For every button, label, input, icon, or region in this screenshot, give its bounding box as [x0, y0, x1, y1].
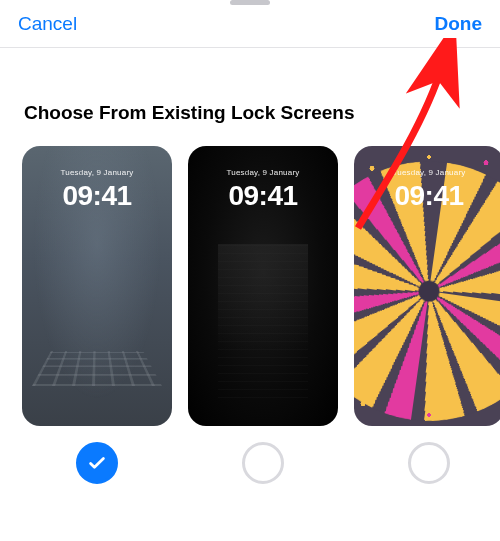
selection-radio[interactable] [408, 442, 450, 484]
section-title: Choose From Existing Lock Screens [0, 48, 500, 146]
cancel-button[interactable]: Cancel [18, 13, 77, 35]
sheet-grabber[interactable] [230, 0, 270, 5]
lock-screen-picker-sheet: Cancel Done Choose From Existing Lock Sc… [0, 0, 500, 541]
lock-screen-time: 09:41 [188, 180, 338, 212]
lock-screen-time: 09:41 [354, 180, 500, 212]
lock-screen-time: 09:41 [22, 180, 172, 212]
lock-screen-thumbnails: Tuesday, 9 January 09:41 Tuesday, 9 Janu… [0, 146, 500, 426]
lock-screen-thumbnail[interactable]: Tuesday, 9 January 09:41 [22, 146, 172, 426]
done-button[interactable]: Done [435, 13, 483, 35]
lock-screen-date: Tuesday, 9 January [188, 168, 338, 177]
selection-indicators [0, 426, 500, 484]
lock-screen-thumbnail[interactable]: Tuesday, 9 January 09:41 [188, 146, 338, 426]
selection-radio[interactable] [242, 442, 284, 484]
lock-screen-thumbnail[interactable]: Tuesday, 9 January 09:41 [354, 146, 500, 426]
nav-bar: Cancel Done [0, 0, 500, 48]
checkmark-icon [86, 452, 108, 474]
lock-screen-date: Tuesday, 9 January [354, 168, 500, 177]
lock-screen-date: Tuesday, 9 January [22, 168, 172, 177]
selection-radio[interactable] [76, 442, 118, 484]
